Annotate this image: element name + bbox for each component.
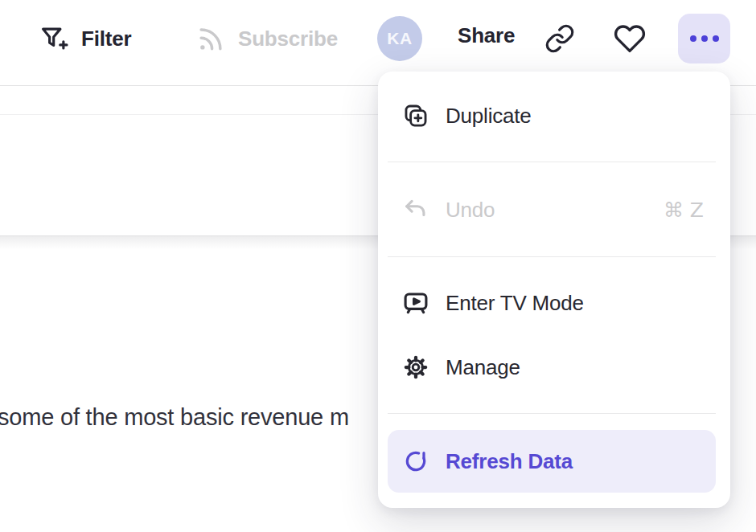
menu-divider [388,413,716,414]
page: some of the most basic revenue m Filter … [0,0,756,532]
filter-plus-icon [39,23,69,54]
menu-item-label: Manage [446,355,520,380]
avatar[interactable]: KA [377,16,422,61]
menu-item-label: Duplicate [446,104,532,129]
menu-item-manage[interactable]: Manage [378,335,730,399]
more-options-button[interactable] [678,14,730,63]
share-label: Share [458,23,515,48]
undo-icon [402,196,429,223]
rss-icon [195,23,226,54]
more-options-menu: Duplicate Undo ⌘ Z Enter TV Mode [378,72,730,508]
filter-button[interactable]: Filter [39,23,131,54]
menu-item-enter-tv-mode[interactable]: Enter TV Mode [378,271,730,335]
menu-item-label: Refresh Data [446,449,573,474]
body-text: some of the most basic revenue m [0,403,349,432]
link-icon [544,23,575,54]
heart-icon [614,23,646,55]
menu-divider [388,256,716,257]
refresh-icon [402,448,429,475]
share-button[interactable]: Share [458,23,515,48]
favorite-button[interactable] [614,23,646,55]
subscribe-label: Subscribe [238,27,338,51]
duplicate-icon [402,102,429,129]
menu-item-duplicate[interactable]: Duplicate [378,84,730,148]
gear-icon [402,354,429,381]
menu-item-refresh-data[interactable]: Refresh Data [388,430,716,493]
filter-label: Filter [81,27,131,51]
ellipsis-icon [690,35,696,42]
subscribe-button[interactable]: Subscribe [195,23,338,54]
menu-item-label: Enter TV Mode [446,291,584,316]
avatar-initials: KA [387,29,412,48]
copy-link-button[interactable] [544,23,575,54]
menu-item-undo[interactable]: Undo ⌘ Z [378,178,730,242]
menu-divider [388,162,716,162]
menu-item-label: Undo [446,198,495,223]
tv-icon [402,289,429,317]
shortcut-hint: ⌘ Z [664,198,704,222]
